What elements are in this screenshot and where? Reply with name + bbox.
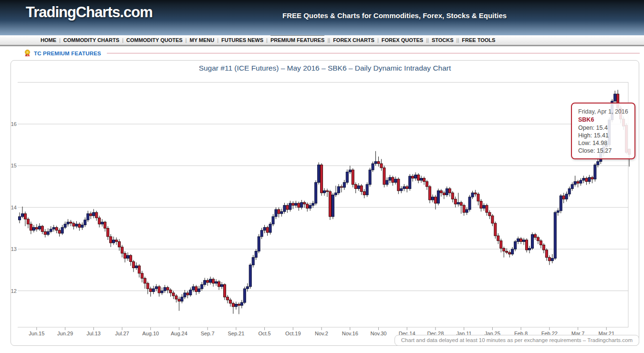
main-nav: HOME | COMMODITY CHARTS | COMMODITY QUOT…	[0, 35, 644, 46]
tooltip-date: Friday, Apr 1, 2016	[578, 108, 628, 115]
site-header: TradingCharts.com FREE Quotes & Charts f…	[0, 0, 644, 35]
premium-features-link[interactable]: TC PREMIUM FEATURES	[34, 51, 101, 56]
nav-item-commodity-charts[interactable]: COMMODITY CHARTS	[63, 35, 119, 45]
svg-text:15: 15	[11, 163, 17, 168]
svg-text:Jun.15: Jun.15	[29, 331, 44, 336]
nav-separator: |	[56, 37, 63, 43]
svg-text:Oct.5: Oct.5	[258, 331, 270, 336]
nav-item-my-menu[interactable]: MY MENU	[189, 35, 214, 45]
chart-panel: Sugar #11 (ICE Futures) – May 2016 – SBK…	[10, 60, 639, 346]
nav-item-commodity-quotes[interactable]: COMMODITY QUOTES	[126, 35, 183, 45]
svg-text:Jul.27: Jul.27	[115, 331, 129, 336]
site-logo[interactable]: TradingCharts.com	[26, 4, 153, 21]
svg-text:Nov.16: Nov.16	[342, 331, 358, 336]
tooltip-close: Close: 15.27	[578, 147, 628, 155]
premium-features-bar: TC PREMIUM FEATURES	[0, 46, 644, 60]
nav-separator: ||	[324, 37, 333, 43]
nav-item-free-tools[interactable]: FREE TOOLS	[462, 35, 495, 45]
nav-separator: |	[374, 37, 382, 43]
tooltip-low: Low: 14.98	[578, 139, 628, 147]
svg-text:Sep.21: Sep.21	[228, 331, 244, 336]
site-tagline: FREE Quotes & Charts for Commodities, Fo…	[282, 11, 507, 20]
nav-item-futures-news[interactable]: FUTURES NEWS	[221, 35, 263, 45]
svg-text:Oct.19: Oct.19	[285, 331, 301, 336]
nav-separator: |	[214, 37, 221, 43]
quote-tooltip: Friday, Apr 1, 2016 SBK6 Open: 15.4 High…	[571, 103, 635, 159]
award-ribbon-icon	[24, 50, 31, 57]
svg-text:Jun.29: Jun.29	[57, 331, 73, 336]
nav-separator: |	[263, 37, 270, 43]
delay-disclaimer: Chart and data delayed at least 10 minut…	[395, 335, 639, 346]
candlestick-chart[interactable]: 1213141516Jun.15Jun.29Jul.13Jul.27Aug.10…	[11, 61, 639, 345]
svg-text:Nov.30: Nov.30	[370, 331, 386, 336]
svg-text:Jul.13: Jul.13	[87, 331, 101, 336]
svg-text:13: 13	[11, 246, 17, 252]
svg-text:Sep.7: Sep.7	[201, 331, 215, 336]
tooltip-symbol: SBK6	[578, 116, 628, 124]
nav-separator: |	[183, 37, 190, 43]
svg-text:Aug.24: Aug.24	[171, 331, 187, 336]
nav-item-forex-charts[interactable]: FOREX CHARTS	[333, 35, 374, 45]
svg-text:Nov.2: Nov.2	[315, 331, 328, 336]
nav-item-forex-quotes[interactable]: FOREX QUOTES	[382, 35, 423, 45]
svg-text:16: 16	[11, 121, 17, 127]
nav-item-premium-features[interactable]: PREMIUM FEATURES	[270, 35, 324, 45]
nav-separator: ||	[423, 37, 432, 43]
tooltip-open: Open: 15.4	[578, 124, 628, 132]
svg-text:12: 12	[11, 288, 17, 294]
nav-item-home[interactable]: HOME	[41, 35, 56, 45]
nav-separator: |	[119, 37, 126, 43]
nav-item-stocks[interactable]: STOCKS	[432, 35, 454, 45]
svg-text:14: 14	[11, 205, 17, 210]
premium-divider-line	[107, 53, 640, 53]
tooltip-high: High: 15.41	[578, 132, 628, 139]
nav-separator: ||	[454, 37, 462, 43]
svg-text:Aug.10: Aug.10	[142, 331, 159, 336]
